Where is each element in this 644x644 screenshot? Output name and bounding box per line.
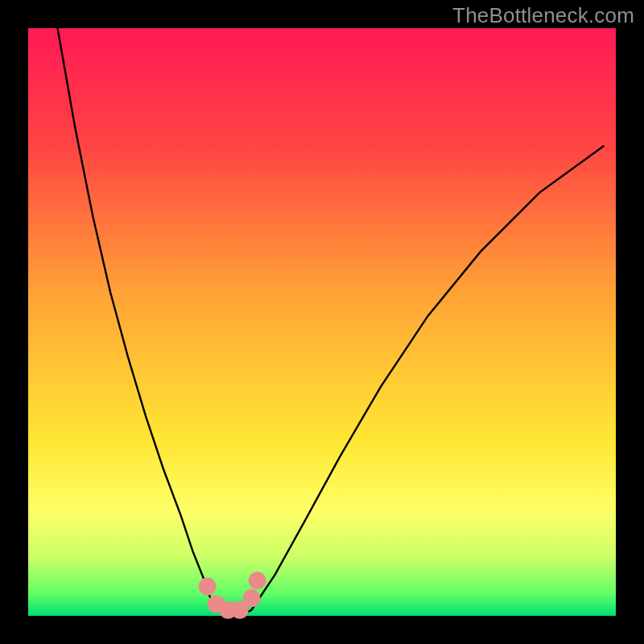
- bottleneck-chart: [0, 0, 644, 644]
- watermark-text: TheBottleneck.com: [452, 3, 634, 28]
- marker-dot: [242, 589, 260, 607]
- marker-dot: [199, 578, 217, 596]
- plot-background: [28, 28, 616, 616]
- marker-dot: [249, 572, 266, 589]
